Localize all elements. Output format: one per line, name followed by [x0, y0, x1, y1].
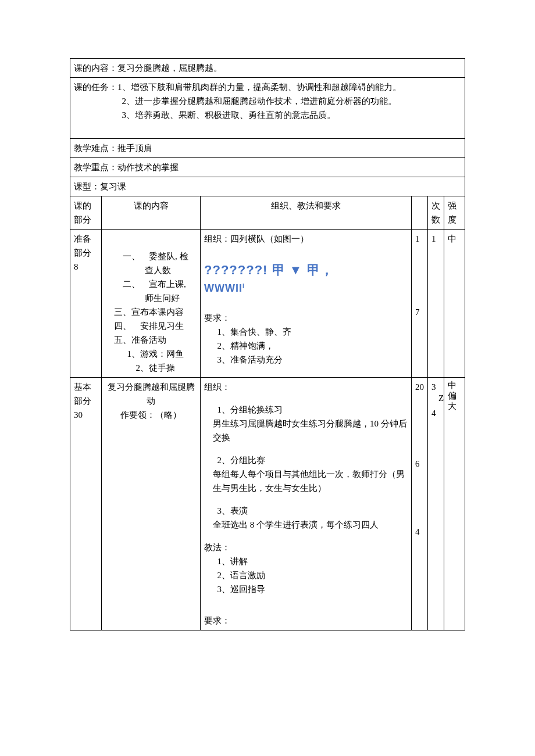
lesson-content-text: 复习分腿腾越，屈腿腾越。: [117, 63, 222, 73]
basic-num-b1: 3: [431, 382, 436, 392]
basic-part-label: 基本部分 30: [74, 382, 91, 420]
basic-num-b2: 4: [431, 406, 440, 420]
lesson-plan-table: 课的内容：复习分腿腾越，屈腿腾越。 课的任务：1、增强下肢和肩带肌肉群的力量，提…: [70, 58, 465, 630]
basic-m1: 1、讲解: [217, 554, 408, 568]
difficulty-label: 教学难点：: [74, 144, 117, 153]
prep-req-title: 要求：: [204, 311, 408, 325]
prep-part-label: 准备部分 8: [74, 234, 91, 271]
prep-req2: 2、精神饱满，: [217, 339, 408, 353]
prep-org-cell: 组织：四列横队（如图一） ???????! 甲 ▼ 甲， WWWIIl 要求： …: [201, 230, 412, 378]
basic-content-cell: 复习分腿腾越和屈腿腾动 作要领：（略）: [102, 378, 201, 630]
basic-org-cell: 组织： 1、分组轮换练习 男生练习屈腿腾越时女生练习分腿腾越，10 分钟后交换 …: [201, 378, 412, 630]
formation-sup: l: [242, 283, 244, 289]
basic-num-a1: 20: [415, 380, 424, 394]
col-content: 课的内容: [102, 196, 201, 230]
basic-num-a2: 6: [415, 457, 424, 471]
column-header-row: 课的部分 课的内容 组织、教法和要求 次数 强度: [70, 196, 465, 230]
prep-num-a1: 1: [415, 232, 424, 246]
basic-o3-body: 全班选出 8 个学生进行表演，每个练习四人: [213, 518, 408, 532]
basic-method-label: 教法：: [204, 540, 408, 554]
formation-line-1: ???????! 甲 ▼ 甲，: [204, 260, 408, 280]
col-organization: 组织、教法和要求: [201, 196, 412, 230]
prep-numcol-b: 1: [427, 230, 444, 378]
prep-c5: 五、准备活动: [114, 333, 197, 347]
difficulty-row: 教学难点：推手顶肩: [70, 139, 465, 158]
lesson-task-row: 课的任务：1、增强下肢和肩带肌肉群的力量，提高柔韧、协调性和超越障碍的能力。 2…: [70, 78, 465, 139]
prep-c3: 三、宣布本课内容: [114, 305, 197, 319]
basic-o1-body: 男生练习屈腿腾越时女生练习分腿腾越，10 分钟后交换: [213, 417, 408, 445]
focus-label: 教学重点：: [74, 163, 117, 172]
basic-m3: 3、巡回指导: [217, 582, 408, 596]
basic-num-b1-sub: Z: [438, 393, 444, 403]
prep-req1: 1、集合快、静、齐: [217, 325, 408, 339]
col-part: 课的部分: [70, 196, 102, 230]
basic-m2: 2、语言激励: [217, 568, 408, 582]
basic-numcol-b: 3 Z 4: [427, 378, 444, 630]
basic-o2-body: 每组每人每个项目与其他组比一次，教师打分（男生与男生比，女生与女生比）: [213, 467, 408, 495]
prep-numcol-a: 1 7: [411, 230, 427, 378]
difficulty-text: 推手顶肩: [117, 144, 152, 153]
lesson-task-label: 课的任务：: [74, 83, 117, 92]
lesson-task-1: 1、增强下肢和肩带肌肉群的力量，提高柔韧、协调性和超越障碍的能力。: [117, 83, 401, 92]
basic-org-label: 组织：: [204, 380, 408, 394]
prep-content-cell: 一、 委整队, 检查人数 二、 宣布上课, 师生问好 三、宣布本课内容 四、 安…: [102, 230, 201, 378]
basic-req-label: 要求：: [204, 614, 408, 628]
col-blank: [411, 196, 427, 230]
basic-num-a3: 4: [415, 525, 424, 539]
col-times: 次数: [427, 196, 444, 230]
basic-o1-title: 1、分组轮换练习: [217, 403, 408, 417]
type-label: 课型：: [74, 182, 100, 191]
prep-intensity: 中: [448, 234, 456, 243]
lesson-plan-page: 课的内容：复习分腿腾越，屈腿腾越。 课的任务：1、增强下肢和肩带肌肉群的力量，提…: [0, 0, 535, 654]
prep-org-title: 组织：四列横队（如图一）: [204, 232, 408, 246]
prep-num-b: 1: [431, 232, 440, 246]
focus-row: 教学重点：动作技术的掌握: [70, 158, 465, 177]
prep-part-cell: 准备部分 8: [70, 230, 102, 378]
basic-intensity-cell: 中偏大: [444, 378, 465, 630]
prep-c2: 二、 宣布上课, 师生问好: [145, 277, 197, 305]
focus-text: 动作技术的掌握: [117, 163, 179, 172]
lesson-task-2: 2、进一步掌握分腿腾越和屈腿腾起动作技术，增进前庭分析器的功能。: [122, 94, 462, 108]
basic-o2-title: 2、分组比赛: [217, 453, 408, 467]
basic-intensity: 中偏大: [448, 380, 461, 411]
type-text: 复习课: [100, 182, 126, 191]
basic-row: 基本部分 30 复习分腿腾越和屈腿腾动 作要领：（略） 组织： 1、分组轮换练习…: [70, 378, 465, 630]
basic-content-1: 复习分腿腾越和屈腿腾动: [105, 380, 197, 408]
basic-o3-title: 3、表演: [217, 504, 408, 518]
prep-c1: 一、 委整队, 检查人数: [145, 249, 197, 277]
lesson-content-label: 课的内容：: [74, 63, 117, 73]
lesson-content-row: 课的内容：复习分腿腾越，屈腿腾越。: [70, 59, 465, 78]
col-intensity: 强度: [444, 196, 465, 230]
prep-c5a: 1、游戏：网鱼: [127, 347, 197, 361]
prep-req3: 3、准备活动充分: [217, 353, 408, 367]
prep-c4: 四、 安排见习生: [114, 319, 197, 333]
lesson-task-3: 3、培养勇敢、果断、积极进取、勇往直前的意志品质。: [122, 108, 462, 122]
basic-part-cell: 基本部分 30: [70, 378, 102, 630]
basic-numcol-a: 20 6 4: [411, 378, 427, 630]
prep-num-a2: 7: [415, 305, 424, 319]
prep-intensity-cell: 中: [444, 230, 465, 378]
prep-row: 准备部分 8 一、 委整队, 检查人数 二、 宣布上课, 师生问好 三、宣布本课…: [70, 230, 465, 378]
basic-content-2: 作要领：（略）: [105, 408, 197, 422]
prep-c5b: 2、徒手操: [136, 361, 197, 375]
type-row: 课型：复习课: [70, 177, 465, 196]
formation-line-2: WWWII: [204, 282, 242, 294]
